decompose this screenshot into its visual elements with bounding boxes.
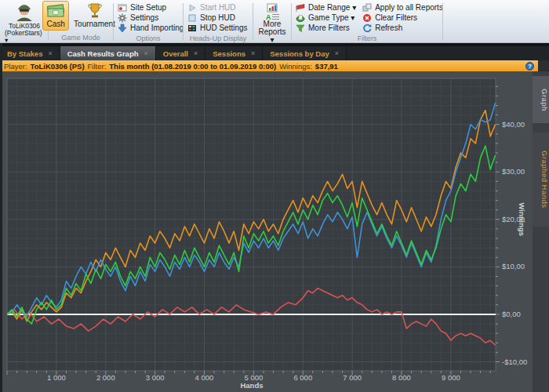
report-tab-bar: By Stakes× Cash Results Graph× Overall× … <box>0 46 549 60</box>
cash-results-graph-panel: 1 0002 0003 0004 0005 0006 0007 0008 000… <box>0 71 549 392</box>
clear-filters-icon <box>362 13 372 23</box>
refresh-icon <box>362 24 372 33</box>
x-axis-title: Hands <box>240 381 263 390</box>
trophy-icon <box>86 3 104 19</box>
site-setup-icon <box>118 3 127 13</box>
tab-by-stakes[interactable]: By Stakes× <box>0 46 60 60</box>
more-reports-button[interactable]: A More Reports ▾ <box>254 1 290 46</box>
group-label-options: Options <box>115 34 182 43</box>
start-hud-button[interactable]: Start HUD <box>187 2 248 13</box>
y-axis-title: Winnings <box>518 202 526 236</box>
tournament-label: Tournament <box>74 20 115 28</box>
tab-sessions[interactable]: Sessions× <box>205 46 263 60</box>
hud-grid-icon <box>187 24 197 33</box>
side-tab-graph[interactable]: Graph <box>533 76 549 123</box>
close-icon[interactable]: × <box>251 49 255 57</box>
svg-text:3 000: 3 000 <box>146 373 165 382</box>
filter-label: Filter: <box>88 62 107 71</box>
ribbon-group-hud: Start HUD Stop HUD HUD Settings Heads-Up… <box>184 1 252 42</box>
settings-button[interactable]: Settings <box>118 13 184 23</box>
ribbon-separator <box>291 3 292 41</box>
group-label-game-mode: Game Mode <box>49 34 112 42</box>
game-type-button[interactable]: Game Type ▾ <box>296 13 356 23</box>
group-label-hud: Heads-Up Display <box>184 34 252 43</box>
ribbon-separator <box>442 3 443 41</box>
date-range-icon <box>296 3 305 13</box>
tab-sessions-by-day[interactable]: Sessions by Day× <box>263 46 347 60</box>
stop-hud-button[interactable]: Stop HUD <box>187 13 248 23</box>
ribbon-separator <box>253 3 253 41</box>
play-icon <box>187 3 197 13</box>
player-value: ToLiK0306 (PS) <box>31 62 85 71</box>
more-filters-button[interactable]: More Filters <box>296 23 356 33</box>
close-icon[interactable]: × <box>48 49 52 57</box>
svg-text:7 000: 7 000 <box>343 373 362 382</box>
game-type-icon <box>296 13 305 23</box>
svg-text:2 000: 2 000 <box>96 373 115 382</box>
cash-label: Cash <box>46 20 64 28</box>
svg-text:-$10,00: -$10,00 <box>502 358 527 366</box>
ribbon-separator <box>113 3 114 41</box>
hero-button[interactable]: ToLiK0306 (PokerStars) ▾ <box>2 1 47 45</box>
svg-text:9 000: 9 000 <box>442 373 460 382</box>
winnings-line-chart: 1 0002 0003 0004 0005 0006 0007 0008 000… <box>0 71 549 392</box>
close-icon[interactable]: × <box>335 49 339 57</box>
close-icon[interactable]: × <box>194 49 198 57</box>
reports-icon: A <box>264 3 281 20</box>
filter-summary-bar: Player: ToLiK0306 (PS) Filter: This mont… <box>0 60 538 71</box>
site-setup-button[interactable]: Site Setup <box>118 2 184 13</box>
tournament-button[interactable]: Tournament <box>70 1 119 31</box>
cash-button[interactable]: Cash <box>42 1 69 31</box>
close-icon[interactable]: × <box>144 49 148 57</box>
apply-reports-icon <box>362 3 372 13</box>
ribbon-group-hero: ToLiK0306 (PokerStars) ▾ Hero <box>2 1 47 42</box>
player-label: Player: <box>4 62 27 71</box>
side-tab-graphed-hands[interactable]: Graphed Hands <box>533 132 549 227</box>
apply-to-all-reports-button[interactable]: Apply to all Reports <box>362 2 443 13</box>
svg-text:8 000: 8 000 <box>392 373 411 382</box>
svg-text:$10,00: $10,00 <box>502 262 525 270</box>
cash-icon <box>46 3 65 19</box>
help-icon[interactable]: ? <box>525 62 534 71</box>
hero-site: (PokerStars) ▾ <box>5 30 44 44</box>
hud-settings-button[interactable]: HUD Settings <box>187 23 248 33</box>
svg-text:1 000: 1 000 <box>47 373 66 382</box>
hand-importing-button[interactable]: Hand Importing <box>118 23 184 33</box>
import-arrow-icon <box>118 24 127 33</box>
svg-text:$30,00: $30,00 <box>502 167 525 176</box>
app-window: ToLiK0306 (PokerStars) ▾ Hero Cash <box>0 0 549 392</box>
tab-overall[interactable]: Overall× <box>156 46 205 60</box>
ribbon-group-filters: Date Range ▾ Game Type ▾ More Filters Ap… <box>293 1 442 42</box>
stop-icon <box>187 13 197 23</box>
winnings-value: $37,91 <box>315 62 338 71</box>
ribbon-separator <box>183 3 184 41</box>
ribbon: ToLiK0306 (PokerStars) ▾ Hero Cash <box>0 0 549 43</box>
group-label-filters: Filters <box>293 34 442 43</box>
ribbon-group-game-mode: Cash Tournament Game Mode <box>49 1 112 42</box>
svg-text:6 000: 6 000 <box>293 373 312 382</box>
gear-icon <box>118 13 127 23</box>
svg-text:4 000: 4 000 <box>195 373 214 382</box>
svg-text:$0,00: $0,00 <box>502 310 521 318</box>
svg-text:$40,00: $40,00 <box>502 120 525 129</box>
refresh-button[interactable]: Refresh <box>362 23 443 33</box>
funnel-icon <box>296 24 305 33</box>
clear-filters-button[interactable]: Clear Filters <box>362 13 443 23</box>
ribbon-group-options: Site Setup Settings Hand Importing Optio… <box>115 1 182 42</box>
tab-cash-results-graph[interactable]: Cash Results Graph× <box>60 46 156 60</box>
right-tab-strip: Graph Graphed Hands <box>533 71 549 392</box>
avatar-icon <box>14 2 35 22</box>
ribbon-group-reports: A More Reports ▾ Reports <box>254 1 290 42</box>
window-left-edge <box>0 43 2 392</box>
filter-value: This month (01.08.2019 0:00 to 01.09.201… <box>109 62 276 71</box>
winnings-label: Winnings: <box>279 62 312 71</box>
date-range-button[interactable]: Date Range ▾ <box>296 2 356 13</box>
